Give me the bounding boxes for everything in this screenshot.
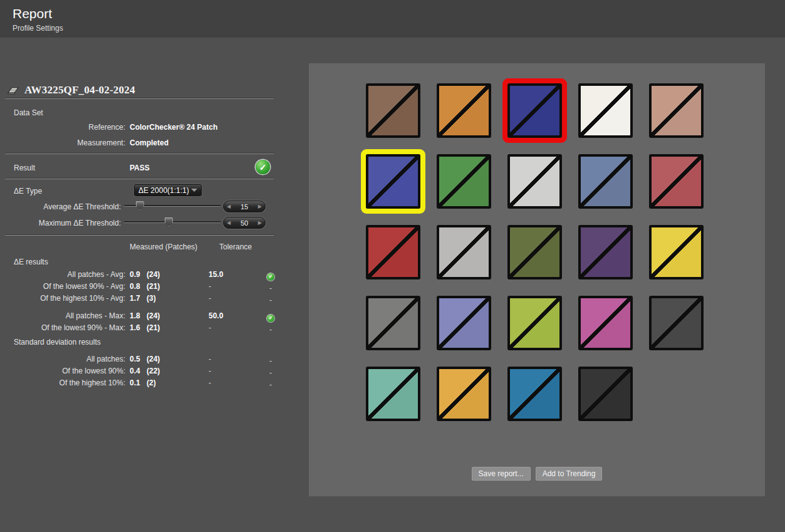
- color-patch-20[interactable]: [649, 296, 704, 350]
- report-title-row: AW3225QF_04-02-2024: [6, 84, 135, 96]
- color-patch-22[interactable]: [437, 367, 491, 421]
- measured-column-header: Measured (Patches): [130, 243, 197, 251]
- color-patch-1[interactable]: [366, 83, 420, 138]
- divider: [5, 98, 274, 99]
- divider: [5, 234, 274, 236]
- color-patch-12[interactable]: [437, 225, 491, 279]
- result-label: Result: [14, 164, 35, 172]
- row-status-dash: -: [263, 380, 279, 389]
- check-icon: [267, 315, 274, 322]
- patch-count: (2): [147, 378, 209, 387]
- result-row-label: Of the lowest 90% - Avg:: [0, 282, 125, 291]
- application-window: Report Profile Settings AW3225QF_04-02-2…: [0, 0, 785, 532]
- de-type-dropdown[interactable]: ΔE 2000(1:1:1): [134, 184, 202, 196]
- measured-value: 0.4: [125, 367, 147, 375]
- check-icon: [267, 273, 274, 281]
- reference-value: ColorChecker® 24 Patch: [130, 123, 217, 132]
- avg-threshold-value: 15: [241, 203, 248, 211]
- color-patch-16[interactable]: [366, 296, 420, 350]
- std-results-section-label: Standard deviation results: [14, 338, 101, 347]
- tolerance-value: -: [209, 378, 263, 387]
- patch-report-panel: Save report... Add to Trending: [309, 63, 765, 496]
- slider-thumb[interactable]: [165, 217, 173, 226]
- color-patch-5[interactable]: [649, 83, 704, 138]
- row-status-dash: -: [263, 357, 279, 365]
- color-patch-24[interactable]: [578, 367, 633, 421]
- color-patch-21[interactable]: [366, 367, 420, 421]
- avg-threshold-slider[interactable]: [124, 201, 221, 210]
- measured-value: 1.6: [125, 323, 147, 332]
- measured-value: 0.5: [125, 355, 147, 363]
- measurement-value: Completed: [130, 138, 169, 147]
- color-patch-7[interactable]: [437, 154, 491, 209]
- report-book-icon: [6, 85, 20, 95]
- patch-count: (22): [147, 367, 209, 375]
- result-row: Of the lowest 90% - Max:1.6(21)--: [0, 323, 279, 335]
- color-patch-3[interactable]: [507, 83, 562, 138]
- data-set-section-label: Data Set: [14, 108, 43, 117]
- stepper-left-arrow-icon[interactable]: ◀: [227, 221, 231, 226]
- report-name: AW3225QF_04-02-2024: [24, 84, 135, 96]
- avg-threshold-stepper[interactable]: ◀ 15 ▶: [223, 201, 266, 212]
- result-value: PASS: [130, 164, 150, 172]
- color-patch-8[interactable]: [507, 154, 562, 209]
- patch-count: (24): [147, 311, 209, 320]
- save-report-button[interactable]: Save report...: [472, 467, 531, 481]
- max-threshold-stepper[interactable]: ◀ 50 ▶: [223, 217, 266, 229]
- stepper-right-arrow-icon[interactable]: ▶: [258, 204, 262, 209]
- tolerance-value: -: [209, 367, 263, 375]
- result-row: All patches - Avg:0.9(24)15.0: [0, 270, 279, 282]
- result-row: Of the lowest 90% - Avg:0.8(21)--: [0, 282, 279, 294]
- de-results-section-label: ΔE results: [14, 258, 48, 266]
- max-threshold-value: 50: [241, 219, 248, 227]
- color-patch-14[interactable]: [578, 225, 633, 279]
- measured-value: 1.8: [125, 311, 147, 320]
- color-patch-9[interactable]: [578, 154, 633, 209]
- color-checker-grid: [366, 83, 704, 421]
- row-status-dash: -: [263, 325, 279, 334]
- max-threshold-slider[interactable]: [124, 217, 221, 226]
- tolerance-value: -: [209, 282, 263, 291]
- result-row-label: All patches - Max:: [0, 311, 125, 320]
- tolerance-value: -: [209, 323, 263, 332]
- color-patch-23[interactable]: [507, 367, 562, 421]
- color-patch-11[interactable]: [366, 225, 420, 279]
- color-patch-13[interactable]: [507, 225, 562, 279]
- result-row: Of the highest 10%:0.1(2)--: [0, 378, 279, 390]
- patch-count: (21): [147, 323, 209, 332]
- result-row-label: Of the highest 10% - Avg:: [0, 294, 125, 303]
- color-patch-18[interactable]: [507, 296, 562, 350]
- color-patch-10[interactable]: [649, 154, 704, 209]
- de-type-selected: ΔE 2000(1:1:1): [138, 186, 189, 195]
- patch-count: (24): [147, 270, 209, 279]
- avg-threshold-label: Average ΔE Threshold:: [0, 202, 121, 211]
- row-status-dash: -: [263, 368, 279, 377]
- slider-thumb[interactable]: [136, 201, 144, 210]
- result-row-label: Of the lowest 90% - Max:: [0, 323, 125, 332]
- result-row: All patches:0.5(24)--: [0, 355, 279, 367]
- color-patch-4[interactable]: [578, 83, 633, 138]
- result-row-label: All patches - Avg:: [0, 270, 125, 279]
- tolerance-column-header: Tolerance: [219, 243, 252, 251]
- divider: [5, 178, 274, 179]
- result-row: All patches - Max:1.8(24)50.0: [0, 311, 279, 323]
- measured-value: 1.7: [125, 294, 147, 303]
- color-patch-17[interactable]: [437, 296, 491, 350]
- row-pass-check-icon: [263, 271, 279, 281]
- patch-count: (21): [147, 282, 209, 291]
- row-status-dash: -: [263, 284, 279, 293]
- color-patch-2[interactable]: [437, 83, 491, 138]
- color-patch-6[interactable]: [366, 154, 420, 209]
- page-subtitle: Profile Settings: [13, 24, 63, 33]
- divider: [5, 153, 274, 154]
- stepper-right-arrow-icon[interactable]: ▶: [258, 221, 262, 226]
- result-row-label: Of the highest 10%:: [0, 378, 125, 387]
- row-pass-check-icon: [263, 313, 279, 322]
- color-patch-19[interactable]: [578, 296, 633, 350]
- tolerance-value: 50.0: [209, 311, 263, 320]
- panel-buttons: Save report... Add to Trending: [309, 467, 765, 481]
- color-patch-15[interactable]: [649, 225, 704, 279]
- add-to-trending-button[interactable]: Add to Trending: [536, 467, 603, 481]
- stepper-left-arrow-icon[interactable]: ◀: [227, 204, 231, 209]
- measurement-label: Measurement:: [0, 138, 125, 147]
